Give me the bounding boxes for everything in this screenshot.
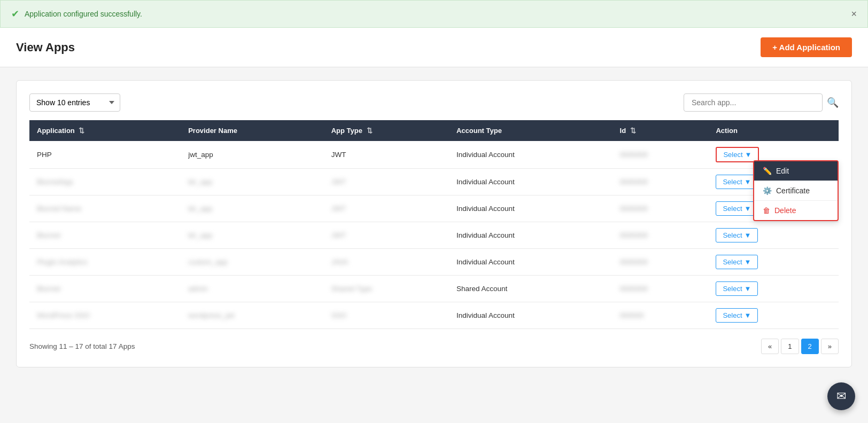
search-area: 🔍 [684,93,839,112]
banner-close-button[interactable]: × [851,9,857,20]
delete-label: Delete [774,206,796,215]
cell-provider: jwt_app [181,141,324,169]
cell-action: Select ▼ ✏️ Edit ⚙️ Certificate [708,141,839,169]
cell-account-type: Individual Account [449,169,613,195]
cell-provider: blr_app [181,169,324,195]
pagination-page-2[interactable]: 2 [801,339,819,354]
select-label: Select [723,285,742,293]
select-label: Select [723,205,742,213]
success-banner: ✔ Application configured successfully. × [0,0,868,28]
edit-label: Edit [776,167,789,175]
select-button[interactable]: Select ▼ [716,175,758,189]
dropdown-arrow-icon: ▼ [745,285,751,293]
select-button[interactable]: Select ▼ [716,255,758,269]
edit-icon: ✏️ [763,167,772,175]
cell-id: 0000000 [613,276,709,302]
cell-app-type: JWT [324,169,449,195]
cell-account-type: Individual Account [449,249,613,276]
select-button[interactable]: Select ▼ [716,201,758,216]
select-button[interactable]: Select ▼ [716,308,758,323]
cell-provider: blr_app [181,195,324,222]
action-dropdown: ✏️ Edit ⚙️ Certificate 🗑 Delete [753,160,839,221]
delete-menu-item[interactable]: 🗑 Delete [754,200,838,220]
cell-action: Select ▼ [708,222,839,249]
pagination: « 1 2 » [761,339,839,354]
cell-account-type: Shared Account [449,276,613,302]
add-application-button[interactable]: + Add Application [761,37,852,57]
cell-application: Blurred Name [29,195,181,222]
cell-application: WordPress SSO [29,302,181,329]
select-label: Select [723,178,742,186]
cell-account-type: Individual Account [449,222,613,249]
success-message: Application configured successfully. [25,10,142,18]
cell-account-type: Individual Account [449,195,613,222]
cell-provider: wordpress_jwt [181,302,324,329]
certificate-icon: ⚙️ [763,186,772,195]
col-application: Application ⇅ [29,120,181,141]
select-button[interactable]: Select ▼ [716,228,758,242]
cell-provider: blr_app [181,222,324,249]
table-controls: Show 10 entries Show 25 entries Show 50 … [29,93,839,112]
pagination-page-1[interactable]: 1 [781,339,799,354]
cell-account-type: Individual Account [449,302,613,329]
cell-action: Select ▼ [708,276,839,302]
table-card: Show 10 entries Show 25 entries Show 50 … [16,80,852,367]
apps-table: Application ⇅ Provider Name App Type ⇅ A… [29,120,839,329]
cell-application: Plugin Analytics [29,249,181,276]
sort-icon-apptype[interactable]: ⇅ [367,127,373,135]
cell-application: Blurred [29,222,181,249]
cell-action: Select ▼ [708,302,839,329]
page-title: View Apps [16,41,75,54]
table-row: Blurred admin Shared Type Shared Account… [29,276,839,302]
content-area: Show 10 entries Show 25 entries Show 50 … [0,67,868,380]
table-footer: Showing 11 – 17 of total 17 Apps « 1 2 » [29,339,839,354]
cell-id: 0000000 [613,169,709,195]
search-input[interactable] [684,93,823,112]
dropdown-arrow-icon: ▼ [745,231,751,239]
showing-text: Showing 11 – 17 of total 17 Apps [29,342,135,350]
edit-menu-item[interactable]: ✏️ Edit [754,161,838,181]
sort-icon-id[interactable]: ⇅ [630,127,636,135]
cell-id: 0000000 [613,195,709,222]
dropdown-arrow-icon: ▼ [745,205,751,213]
select-label: Select [723,258,742,266]
table-row: Plugin Analytics custom_app JAVA Individ… [29,249,839,276]
cell-application: PHP [29,141,181,169]
col-account-type: Account Type [449,120,613,141]
pagination-next[interactable]: » [821,339,839,354]
dropdown-arrow-icon: ▼ [745,311,751,319]
col-app-type: App Type ⇅ [324,120,449,141]
select-button[interactable]: Select ▼ [716,281,758,296]
dropdown-arrow-icon: ▼ [745,151,752,159]
cell-app-type: JWT [324,195,449,222]
cell-id: 0000000 [613,141,709,169]
col-provider-name: Provider Name [181,120,324,141]
cell-account-type: Individual Account [449,141,613,169]
search-button[interactable]: 🔍 [827,97,839,108]
select-label: Select [723,231,742,239]
pagination-prev[interactable]: « [761,339,779,354]
cell-app-type: JWT [324,141,449,169]
table-row: PHP jwt_app JWT Individual Account 00000… [29,141,839,169]
sort-icon-application[interactable]: ⇅ [79,127,84,135]
table-row: BlurredApp blr_app JWT Individual Accoun… [29,169,839,195]
dropdown-arrow-icon: ▼ [745,258,751,266]
cell-provider: admin [181,276,324,302]
certificate-menu-item[interactable]: ⚙️ Certificate [754,181,838,200]
cell-id: 0000000 [613,249,709,276]
table-row: Blurred blr_app JWT Individual Account 0… [29,222,839,249]
dropdown-arrow-icon: ▼ [745,178,751,186]
cell-id: 0000000 [613,222,709,249]
delete-icon: 🗑 [763,206,770,215]
select-label: Select [723,311,742,319]
cell-app-type: JAVA [324,249,449,276]
col-id: Id ⇅ [613,120,709,141]
table-row: Blurred Name blr_app JWT Individual Acco… [29,195,839,222]
cell-provider: custom_app [181,249,324,276]
select-button[interactable]: Select ▼ [716,147,759,162]
page-header: View Apps + Add Application [0,28,868,67]
entries-select[interactable]: Show 10 entries Show 25 entries Show 50 … [29,93,120,112]
cell-action: Select ▼ [708,249,839,276]
certificate-label: Certificate [776,186,810,195]
table-header-row: Application ⇅ Provider Name App Type ⇅ A… [29,120,839,141]
